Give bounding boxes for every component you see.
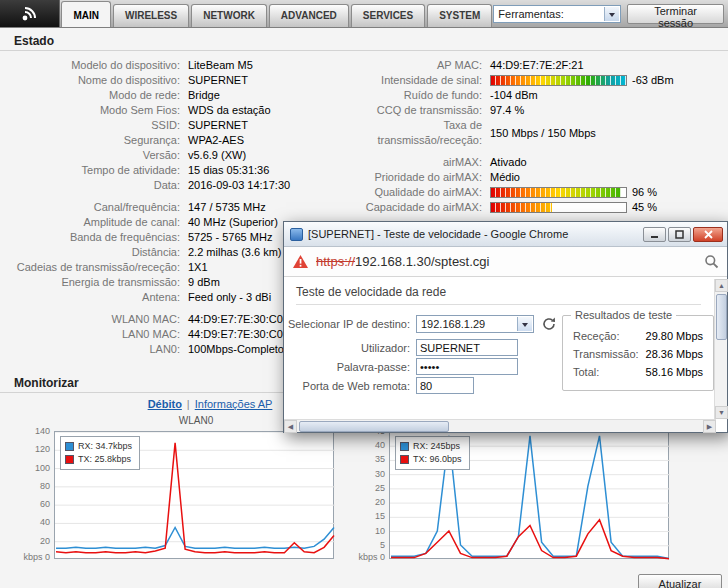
tab-advanced[interactable]: ADVANCED [269,4,349,27]
status-label: Prioridade do airMAX: [348,170,490,185]
status-row: Nome do dispositivo:SUPERNET [10,73,344,88]
status-row: airMAX:Ativado [348,155,722,170]
vertical-scrollbar[interactable]: ▲ ▼ [714,279,727,419]
results-title: Resultados de teste [571,309,676,321]
quality-led-bar [490,187,627,198]
close-button[interactable] [693,227,723,242]
result-value: 29.80 Mbps [646,327,703,345]
result-label: Total: [573,363,599,381]
status-value: Ativado [490,155,527,170]
password-label: Palavra-passe: [284,361,416,373]
status-label: airMAX: [348,155,490,170]
tab-services[interactable]: SERVICES [351,4,425,27]
status-value: 1X1 [188,260,208,275]
airos-status-page: MAINWIRELESSNETWORKADVANCEDSERVICESSYSTE… [0,0,728,588]
y-tick-label: 30 [351,469,385,479]
url-text[interactable]: https://192.168.1.30/sptest.cgi [316,254,697,269]
top-navbar: MAINWIRELESSNETWORKADVANCEDSERVICESSYSTE… [0,0,728,28]
horizontal-scrollbar[interactable]: ◀ ▶ [284,419,716,432]
tab-main[interactable]: MAIN [61,1,111,27]
status-value: 44:D9:E7:7E:30:C0 [188,312,283,327]
destination-ip-label: Selecionar IP de destino: [284,318,416,330]
status-label: AP MAC: [348,58,490,73]
ubiquiti-logo-tab[interactable] [0,0,60,27]
status-label: Modo de rede: [10,88,188,103]
url-path: 192.168.1.30/sptest.cgi [355,254,489,269]
status-row: Segurança:WPA2-AES [10,133,344,148]
username-row: Utilizador: [284,339,518,356]
main-tabs: MAINWIRELESSNETWORKADVANCEDSERVICESSYSTE… [60,0,493,27]
y-tick-label: 35 [351,454,385,464]
monitor-link-debito[interactable]: Débito [148,398,182,410]
destination-ip-value: 192.168.1.29 [421,318,485,330]
status-row: Qualidade do airMAX:96 % [348,185,722,200]
popup-titlebar[interactable]: [SUPERNET] - Teste de velocidade - Googl… [284,222,727,247]
remote-port-input[interactable] [416,377,474,394]
status-row: Prioridade do airMAX:Médio [348,170,722,185]
status-label: Nome do dispositivo: [10,73,188,88]
popup-title: [SUPERNET] - Teste de velocidade - Googl… [308,228,641,240]
scroll-right-icon[interactable]: ▶ [703,420,716,433]
chrome-page-icon [290,228,303,241]
status-label: Intensidade de sinal: [348,73,490,88]
destination-ip-select[interactable]: 192.168.1.29 [416,315,534,333]
status-label: Data: [10,178,188,193]
result-row: Receção:29.80 Mbps [563,327,713,345]
scroll-up-icon[interactable]: ▲ [715,279,728,292]
status-value: 147 / 5735 MHz [188,200,266,215]
status-label: Ruído de fundo: [348,88,490,103]
status-value: LiteBeam M5 [188,58,253,73]
chart-legend: RX: 245bpsTX: 96.0bps [395,436,470,470]
status-value: -104 dBm [490,88,538,103]
status-label: Segurança: [10,133,188,148]
status-value: 5725 - 5765 MHz [188,230,272,245]
logout-button[interactable]: Terminar sessão [627,4,724,24]
status-heading: Estado [14,34,54,48]
status-heading-rule [0,50,728,51]
results-rows: Receção:29.80 MbpsTransmissão:28.36 Mbps… [563,327,713,381]
refresh-icon[interactable] [542,317,556,331]
status-label: Modo Sem Fios: [10,103,188,118]
status-row: Modelo do dispositivo:LiteBeam M5 [10,58,344,73]
minimize-button[interactable] [643,227,666,242]
refresh-button[interactable]: Atualizar [638,574,722,588]
y-tick-label: 40 [16,517,50,527]
password-row: Palavra-passe: [284,358,518,375]
speedtest-heading-rule [296,304,701,305]
status-label: Amplitude de canal: [10,215,188,230]
zoom-icon[interactable] [704,254,719,269]
status-row: Data:2016-09-03 14:17:30 [10,178,344,193]
horizontal-scroll-thumb[interactable] [299,421,449,432]
y-tick-label: 20 [16,536,50,546]
legend-label: RX: 245bps [413,440,460,453]
legend-swatch [65,455,74,464]
status-label: LAN0: [10,342,188,357]
monitor-link-informacoes-ap[interactable]: Informações AP [195,398,273,410]
result-row: Total:58.16 Mbps [563,363,713,381]
vertical-scroll-thumb[interactable] [716,294,727,340]
status-label: Cadeias de transmissão/receção: [10,260,188,275]
scroll-left-icon[interactable]: ◀ [284,420,297,433]
status-row: CCQ de transmissão:97.4 % [348,103,722,118]
y-tick-label: 10 [351,526,385,536]
tab-system[interactable]: SYSTEM [427,4,492,27]
username-input[interactable] [416,339,518,356]
result-label: Receção: [573,327,619,345]
tab-network[interactable]: NETWORK [191,4,267,27]
status-value: v5.6.9 (XW) [188,148,246,163]
result-label: Transmissão: [573,345,639,363]
result-value: 58.16 Mbps [646,363,703,381]
tab-wireless[interactable]: WIRELESS [113,4,189,27]
status-value: SUPERNET [188,118,248,133]
tools-select[interactable]: Ferramentas: [493,5,621,23]
status-value: 97.4 % [490,103,524,118]
maximize-button[interactable] [668,227,691,242]
address-bar[interactable]: https://192.168.1.30/sptest.cgi [284,247,727,277]
minimize-icon [650,230,659,239]
password-input[interactable] [416,358,518,375]
scroll-down-icon[interactable]: ▼ [715,406,728,419]
status-label: LAN0 MAC: [10,327,188,342]
speedtest-heading: Teste de velocidade da rede [296,285,446,299]
status-value: 96 % [490,185,657,200]
status-row: AP MAC:44:D9:E7:7E:2F:21 [348,58,722,73]
